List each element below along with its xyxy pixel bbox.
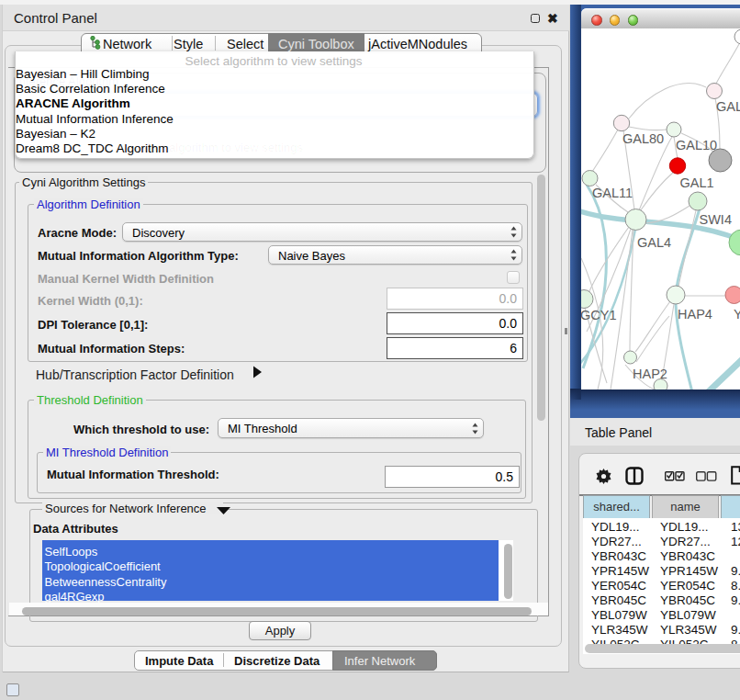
svg-text:GAL1: GAL1 bbox=[680, 175, 714, 190]
svg-text:GAL7: GAL7 bbox=[716, 99, 740, 114]
svg-text:GCY1: GCY1 bbox=[581, 308, 617, 322]
svg-text:SWI4: SWI4 bbox=[700, 212, 732, 227]
svg-text:HAP4: HAP4 bbox=[678, 307, 712, 322]
svg-text:GAL10: GAL10 bbox=[676, 138, 717, 152]
svg-text:YM: YM bbox=[734, 307, 740, 322]
svg-text:GAL11: GAL11 bbox=[592, 186, 633, 200]
svg-text:GAL4: GAL4 bbox=[637, 235, 671, 250]
svg-text:GAL80: GAL80 bbox=[622, 131, 664, 146]
svg-text:HAP2: HAP2 bbox=[633, 367, 667, 381]
